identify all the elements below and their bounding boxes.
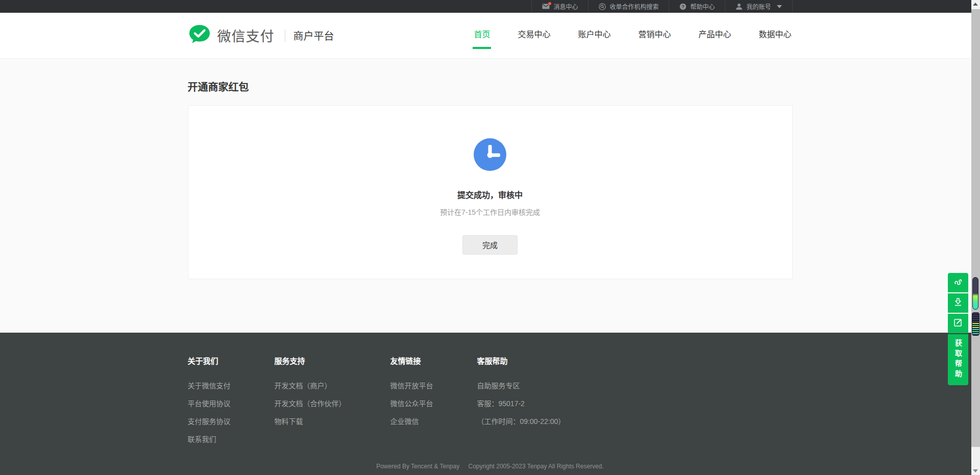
footer-heading: 服务支持 — [275, 355, 390, 366]
topbar-item-label: 收单合作机构搜索 — [609, 2, 658, 11]
footer-link[interactable]: 平台使用协议 — [188, 398, 275, 408]
question-icon: ? — [679, 3, 687, 10]
footer-service-hours: （工作时间：09:00-22:00） — [477, 416, 793, 426]
float-link-button[interactable] — [948, 273, 968, 292]
footer-link[interactable]: 微信开放平台 — [390, 380, 477, 390]
scrollbar-minimap-marks — [972, 312, 979, 336]
nav-item-marketing-center[interactable]: 营销中心 — [637, 22, 672, 49]
footer-link[interactable]: 企业微信 — [390, 416, 477, 426]
chevron-down-icon — [777, 5, 782, 8]
footer-link[interactable]: 物料下载 — [275, 416, 390, 426]
footer-heading: 客服帮助 — [477, 355, 793, 366]
logo-text: 微信支付 — [217, 26, 275, 45]
scrollbar-thumb[interactable] — [971, 9, 980, 447]
topbar-item-label: 消息中心 — [553, 2, 578, 11]
topbar-item-help-center[interactable]: ? 帮助中心 — [669, 0, 725, 13]
copyright-rights: Copyright 2005-2023 Tenpay All Rights Re… — [469, 463, 604, 470]
wechat-pay-logo[interactable]: 微信支付 — [188, 24, 275, 47]
get-help-button[interactable]: 获取帮助 — [948, 334, 968, 385]
status-card: 提交成功，审核中 预计在7-15个工作日内审核完成 完成 — [188, 105, 793, 279]
header: 微信支付 商户平台 首页 交易中心 账户中心 营销中心 产品中心 数据中心 — [0, 13, 980, 59]
scrollbar-up-arrow-icon[interactable] — [973, 3, 978, 6]
footer-service-phone: 客服：95017-2 — [477, 398, 793, 408]
footer-link[interactable]: 微信公众平台 — [390, 398, 477, 408]
get-help-label: 获取帮助 — [953, 339, 963, 380]
copyright-powered-by: Powered By Tencent & Tenpay — [376, 463, 459, 470]
nav-item-home[interactable]: 首页 — [473, 22, 491, 49]
topbar-item-my-account[interactable]: 我的账号 — [725, 0, 792, 13]
header-divider — [285, 30, 285, 42]
topbar-item-messages[interactable]: 消息中心 — [531, 0, 588, 13]
feedback-icon — [953, 318, 963, 329]
nav-item-product-center[interactable]: 产品中心 — [697, 22, 732, 49]
done-button[interactable]: 完成 — [462, 235, 518, 255]
topbar: 消息中心 收单合作机构搜索 ? 帮助中心 我的账号 — [0, 0, 980, 13]
status-title: 提交成功，审核中 — [188, 188, 792, 201]
copyright: Powered By Tencent & Tenpay Copyright 20… — [188, 463, 793, 470]
floating-help-panel: 获取帮助 — [948, 273, 968, 385]
footer-link[interactable]: 联系我们 — [188, 434, 275, 444]
footer-column-support: 服务支持 开发文档（商户） 开发文档（合作伙伴） 物料下载 — [275, 355, 390, 452]
topbar-item-acquirer-search[interactable]: 收单合作机构搜索 — [588, 0, 669, 13]
float-feedback-button[interactable] — [948, 314, 968, 333]
link-icon — [953, 277, 963, 288]
footer-link[interactable]: 关于微信支付 — [188, 380, 275, 390]
platform-label: 商户平台 — [293, 28, 334, 43]
wechat-bubble-icon — [188, 24, 211, 47]
float-download-button[interactable] — [948, 293, 968, 313]
footer-link[interactable]: 自助服务专区 — [477, 380, 793, 390]
topbar-item-label: 帮助中心 — [690, 2, 715, 11]
scrollbar-down-arrow-icon[interactable] — [973, 469, 978, 472]
nav-item-data-center[interactable]: 数据中心 — [757, 22, 792, 49]
download-icon — [953, 297, 963, 309]
scrollbar-gradient-indicator — [972, 277, 978, 310]
nav-item-transaction-center[interactable]: 交易中心 — [517, 22, 551, 49]
notification-badge — [548, 2, 551, 5]
svg-text:?: ? — [682, 4, 685, 9]
footer-heading: 友情链接 — [390, 355, 477, 366]
main-nav: 首页 交易中心 账户中心 营销中心 产品中心 数据中心 — [447, 22, 792, 49]
main-content: 开通商家红包 提交成功，审核中 预计在7-15个工作日内审核完成 完成 — [0, 59, 980, 333]
nav-item-account-center[interactable]: 账户中心 — [577, 22, 611, 49]
footer-column-links: 友情链接 微信开放平台 微信公众平台 企业微信 — [390, 355, 477, 452]
footer-link[interactable]: 开发文档（合作伙伴） — [275, 398, 390, 408]
clock-icon — [474, 138, 506, 171]
footer-link[interactable]: 支付服务协议 — [188, 416, 275, 426]
mail-icon — [542, 4, 550, 9]
user-icon — [736, 3, 743, 10]
footer: 关于我们 关于微信支付 平台使用协议 支付服务协议 联系我们 服务支持 开发文档… — [0, 333, 980, 475]
status-description: 预计在7-15个工作日内审核完成 — [188, 207, 792, 217]
browser-scrollbar[interactable] — [971, 0, 980, 475]
footer-link[interactable]: 开发文档（商户） — [275, 380, 390, 390]
search-icon — [599, 3, 606, 10]
footer-heading: 关于我们 — [188, 355, 275, 366]
footer-column-about: 关于我们 关于微信支付 平台使用协议 支付服务协议 联系我们 — [188, 355, 275, 452]
footer-column-service: 客服帮助 自助服务专区 客服：95017-2 （工作时间：09:00-22:00… — [477, 355, 793, 452]
page-title: 开通商家红包 — [188, 79, 793, 94]
topbar-item-label: 我的账号 — [746, 2, 771, 11]
